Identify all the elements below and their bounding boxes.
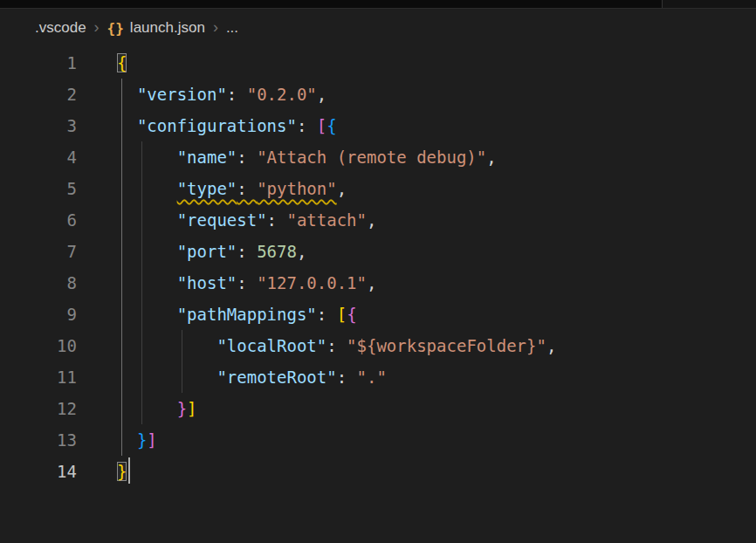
line-number: 13 <box>0 424 87 456</box>
code-token: "name" <box>177 148 237 167</box>
code-token: : <box>337 368 357 387</box>
code-token: , <box>486 148 496 167</box>
code-token: } <box>177 399 187 418</box>
code-token: } <box>137 430 147 450</box>
code-token: ] <box>147 430 156 450</box>
code-lines: {"version": "0.2.0","configurations": [{… <box>87 47 756 487</box>
breadcrumb-folder[interactable]: .vscode <box>35 19 86 37</box>
indent-guide <box>182 330 182 393</box>
code-token: , <box>297 242 306 261</box>
breadcrumb: .vscode › {} launch.json › ... <box>0 9 756 47</box>
code-token: "0.2.0" <box>247 85 317 104</box>
code-token: "." <box>357 368 387 387</box>
breadcrumb-file[interactable]: {} launch.json <box>107 19 205 37</box>
line-number: 10 <box>0 330 87 361</box>
code-token: : <box>326 336 347 355</box>
code-token: "type" <box>177 179 237 198</box>
code-token: "port" <box>177 242 237 261</box>
code-token: "remoteRoot" <box>216 368 336 387</box>
code-token: "version" <box>137 85 227 104</box>
line-number: 11 <box>0 361 87 393</box>
code-line[interactable]: "remoteRoot": "." <box>87 361 756 393</box>
code-token: "${workspaceFolder}" <box>347 336 546 355</box>
code-token: "pathMappings" <box>177 305 317 324</box>
code-line[interactable]: "name": "Attach (remote debug)", <box>87 141 756 173</box>
json-braces-icon: {} <box>107 20 124 37</box>
tab-bar-edge <box>0 0 756 9</box>
code-token: { <box>326 116 336 135</box>
code-token: : <box>237 273 257 292</box>
code-token: ] <box>187 399 196 418</box>
line-number: 5 <box>0 173 87 204</box>
code-token: 5678 <box>257 242 297 261</box>
text-cursor <box>128 457 130 484</box>
code-token: : <box>227 85 247 104</box>
code-line[interactable]: "configurations": [{ <box>87 110 756 141</box>
line-number: 6 <box>0 204 87 236</box>
line-number: 3 <box>0 110 87 141</box>
line-number: 9 <box>0 299 87 330</box>
code-token: "python" <box>257 179 337 198</box>
code-token: : <box>297 116 317 135</box>
code-token: , <box>317 85 326 104</box>
code-token: } <box>117 462 127 481</box>
line-number: 12 <box>0 393 87 424</box>
editor: 1234567891011121314 {"version": "0.2.0",… <box>0 47 756 487</box>
line-number: 2 <box>0 79 87 110</box>
code-area[interactable]: {"version": "0.2.0","configurations": [{… <box>87 47 756 487</box>
code-line[interactable]: "type": "python", <box>87 173 756 204</box>
code-token: "request" <box>177 210 267 230</box>
code-token: { <box>347 305 356 324</box>
code-line[interactable]: "port": 5678, <box>87 236 756 267</box>
chevron-right-icon: › <box>94 18 100 37</box>
code-line[interactable]: "pathMappings": [{ <box>87 299 756 330</box>
code-token: , <box>367 273 376 292</box>
code-token: : <box>267 210 287 230</box>
code-token: "localRoot" <box>216 336 326 355</box>
code-line[interactable]: }] <box>87 424 756 456</box>
code-token: { <box>117 53 127 72</box>
breadcrumb-symbol[interactable]: ... <box>226 19 238 37</box>
vscode-window: .vscode › {} launch.json › ... 123456789… <box>0 0 756 543</box>
code-token: "configurations" <box>137 116 297 135</box>
line-number: 14 <box>0 456 87 487</box>
code-token: , <box>546 336 556 355</box>
code-token: [ <box>317 116 326 135</box>
tab-divider <box>662 0 756 8</box>
gutter: 1234567891011121314 <box>0 47 87 487</box>
code-line[interactable]: } <box>87 456 756 487</box>
code-token: "attach" <box>286 210 367 230</box>
line-number: 8 <box>0 267 87 299</box>
chevron-right-icon: › <box>213 18 218 37</box>
line-number: 4 <box>0 141 87 173</box>
indent-guide <box>141 141 142 424</box>
code-line[interactable]: "request": "attach", <box>87 204 756 236</box>
code-token: "host" <box>177 273 237 292</box>
code-token: : <box>237 179 257 198</box>
breadcrumb-file-label: launch.json <box>130 19 205 37</box>
code-token: "127.0.0.1" <box>257 273 367 292</box>
code-line[interactable]: { <box>87 47 756 79</box>
code-token: , <box>367 210 376 230</box>
code-line[interactable]: "localRoot": "${workspaceFolder}", <box>87 330 756 361</box>
code-token: , <box>337 179 347 198</box>
indent-guide <box>121 79 122 456</box>
line-number: 1 <box>0 47 87 79</box>
code-token: : <box>317 305 337 324</box>
code-line[interactable]: "version": "0.2.0", <box>87 79 756 110</box>
code-token: [ <box>337 305 347 324</box>
code-token: : <box>237 148 257 167</box>
line-number: 7 <box>0 236 87 267</box>
code-line[interactable]: "host": "127.0.0.1", <box>87 267 756 299</box>
code-line[interactable]: }] <box>87 393 756 424</box>
code-token: : <box>237 242 257 261</box>
code-token: "Attach (remote debug)" <box>257 148 486 167</box>
